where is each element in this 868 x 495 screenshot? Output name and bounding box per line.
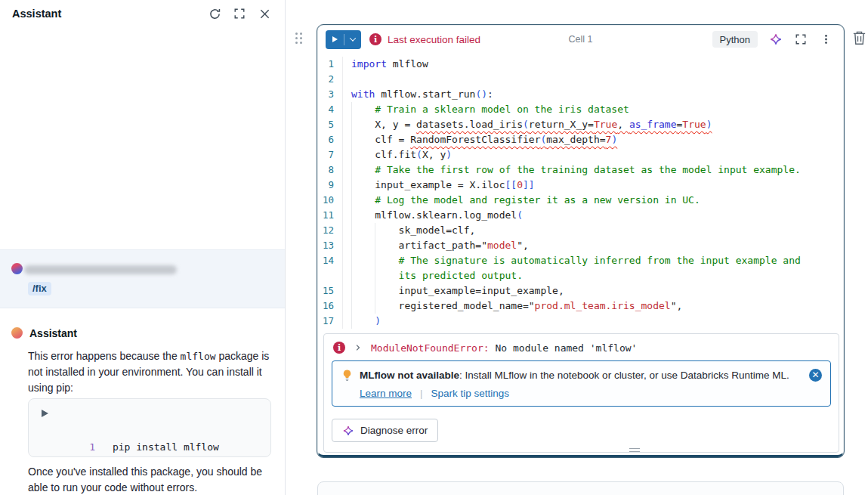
code-line: 12sk_model=clf,: [318, 223, 843, 238]
code-line: 17): [318, 314, 843, 329]
user-avatar: [11, 263, 23, 274]
spark-tip-settings-link[interactable]: Spark tip settings: [431, 388, 510, 399]
tip-title: MLflow not available: [360, 370, 459, 381]
error-icon: i: [333, 342, 345, 354]
code-line: 8# Take the first row of the training da…: [318, 162, 843, 178]
fix-command-chip: /fix: [28, 282, 51, 295]
code-line: its predicted output.: [318, 268, 843, 283]
code-line: 9input_example = X.iloc[[0]]: [318, 178, 843, 193]
code-line: 3with mlflow.start_run():: [318, 87, 843, 102]
output-resize-handle[interactable]: [629, 448, 640, 452]
trash-icon[interactable]: [852, 30, 867, 46]
assistant-response-paragraph: This error happens because the mlflow pa…: [28, 348, 273, 396]
code-editor[interactable]: 1import mlflow23with mlflow.start_run():…: [318, 53, 843, 329]
code-line: 5X, y = datasets.load_iris(return_X_y=Tr…: [318, 117, 843, 132]
notebook-cell: i Last execution failed Cell 1 Python: [317, 25, 844, 457]
diagnose-error-label: Diagnose error: [360, 425, 428, 436]
line-number: 11: [318, 208, 342, 223]
next-cell-stub[interactable]: [317, 481, 844, 495]
mlflow-tip-banner: MLflow not available: Install MLflow in …: [332, 360, 831, 407]
code-line: 14# The signature is automatically infer…: [318, 253, 843, 268]
kebab-menu-icon[interactable]: [819, 32, 832, 46]
line-number: 8: [318, 162, 342, 178]
assistant-panel-header: Assistant: [0, 3, 285, 24]
suggested-code-block: 1pip install mlflow: [28, 398, 271, 457]
code-line: 7clf.fit(X, y): [318, 147, 843, 162]
code-lines: 1import mlflow23with mlflow.start_run():…: [318, 57, 843, 329]
lightbulb-icon: [341, 369, 353, 382]
error-name: ModuleNotFoundError:: [371, 342, 490, 354]
dismiss-tip-icon[interactable]: ✕: [809, 369, 822, 382]
error-message: No module named 'mlflow': [496, 342, 638, 354]
snippet-code-line: 1pip install mlflow: [29, 430, 219, 464]
line-number: 3: [318, 87, 342, 102]
expand-cell-icon[interactable]: [794, 32, 808, 46]
refresh-icon[interactable]: [208, 7, 221, 20]
assistant-panel: Assistant /fix Assistant This error happ…: [0, 0, 286, 495]
line-number: 7: [318, 147, 342, 162]
snippet-line-number: 1: [64, 441, 95, 453]
tip-text: MLflow not available: Install MLflow in …: [360, 369, 789, 382]
code-line: 16registered_model_name="prod.ml_team.ir…: [318, 299, 843, 314]
line-number: 16: [318, 299, 342, 314]
line-number: [318, 268, 342, 283]
user-name-redacted: [24, 265, 177, 274]
assistant-author-label: Assistant: [29, 327, 77, 339]
line-number: 4: [318, 102, 342, 117]
assistant-sparkle-icon[interactable]: [769, 32, 783, 46]
close-icon[interactable]: [258, 7, 271, 20]
code-line: 11mlflow.sklearn.log_model(: [318, 208, 843, 223]
line-number: 10: [318, 193, 342, 208]
code-line: 13artifact_path="model",: [318, 238, 843, 253]
code-line: 6clf = RandomForestClassifier(max_depth=…: [318, 132, 843, 147]
expand-traceback-chevron-icon[interactable]: [354, 343, 363, 352]
panel-title: Assistant: [12, 8, 61, 20]
cell-output-panel: i ModuleNotFoundError: No module named '…: [323, 333, 839, 453]
line-number: 15: [318, 283, 342, 299]
line-number: 9: [318, 178, 342, 193]
language-selector[interactable]: Python: [712, 31, 758, 48]
inline-code-mlflow: mlflow: [181, 351, 216, 362]
line-number: 2: [318, 72, 342, 87]
line-number: 5: [318, 117, 342, 132]
code-line: 1import mlflow: [318, 57, 843, 72]
code-line: 10# Log the model and register it as a n…: [318, 193, 843, 208]
error-output-row: i ModuleNotFoundError: No module named '…: [324, 334, 839, 358]
line-number: 13: [318, 238, 342, 253]
execution-status: Last execution failed: [388, 34, 480, 45]
diagnose-error-button[interactable]: Diagnose error: [332, 419, 438, 442]
snippet-code-text: pip install mlflow: [113, 441, 219, 453]
code-line: 2: [318, 72, 843, 87]
user-message: /fix: [0, 249, 285, 308]
line-number: 17: [318, 314, 342, 329]
line-number: 12: [318, 223, 342, 238]
run-options-chevron-icon[interactable]: [344, 34, 360, 45]
cell-toolbar: i Last execution failed Cell 1 Python: [318, 26, 843, 53]
assistant-response-paragraph-2: Once you've installed this package, you …: [28, 464, 273, 495]
line-number: 6: [318, 132, 342, 147]
learn-more-link[interactable]: Learn more: [360, 388, 412, 399]
play-icon[interactable]: [326, 36, 344, 42]
assistant-avatar: [11, 327, 23, 339]
line-number: 14: [318, 253, 342, 268]
cell-drag-handle[interactable]: [295, 32, 305, 44]
link-separator: |: [420, 388, 423, 399]
code-line: 15input_example=input_example,: [318, 283, 843, 299]
error-status-icon: i: [369, 33, 381, 45]
code-line: 4# Train a sklearn model on the iris dat…: [318, 102, 843, 117]
notebook-area: i Last execution failed Cell 1 Python: [286, 0, 868, 495]
cell-label: Cell 1: [569, 34, 593, 45]
run-snippet-icon[interactable]: [42, 410, 48, 417]
run-button[interactable]: [326, 30, 361, 49]
fullscreen-icon[interactable]: [233, 7, 246, 20]
line-number: 1: [318, 57, 342, 72]
